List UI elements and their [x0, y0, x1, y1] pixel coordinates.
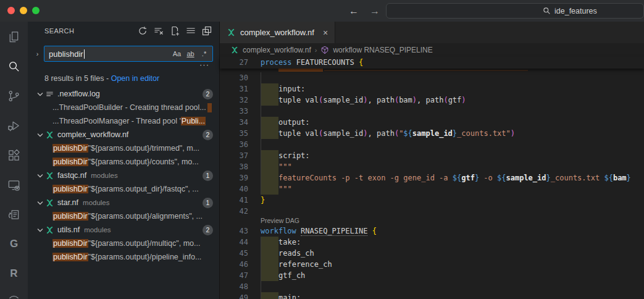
code-line[interactable]: 38"""	[220, 161, 644, 172]
search-result-match[interactable]: publishDir "${params.output}/pipeline_in…	[28, 250, 219, 264]
line-number: 44	[220, 237, 248, 248]
line-number: 40	[220, 183, 248, 195]
code-line[interactable]: 39featureCounts -p -t exon -g gene_id -a…	[220, 172, 644, 183]
whole-word-button[interactable]: ab	[185, 48, 196, 60]
code-line[interactable]: 33	[220, 106, 644, 117]
collapse-all-icon[interactable]	[201, 26, 212, 36]
nextflow-icon	[45, 198, 56, 208]
code-line[interactable]: 49main:	[220, 292, 644, 299]
code-token: }	[546, 174, 551, 182]
chevron-down-icon[interactable]	[35, 130, 45, 140]
r-language-icon[interactable]: R	[0, 259, 28, 288]
search-result-match[interactable]: publishDir "${params.output}/alignments"…	[28, 209, 219, 223]
code-token: gtf	[448, 96, 462, 104]
search-result-match[interactable]: ...ThreadPoolBuilder - Creating thread p…	[28, 101, 219, 114]
open-in-editor-link[interactable]: Open in editor	[111, 74, 160, 83]
vscode-window: ← → ide_features GR SEARCH › publishdir	[0, 0, 644, 299]
code-token: gtf_ch	[278, 271, 305, 280]
code-token: )	[363, 129, 367, 138]
breadcrumb-symbol[interactable]: workflow RNASEQ_PIPELINE	[333, 46, 432, 54]
code-line[interactable]: 30	[220, 72, 644, 83]
search-result-file[interactable]: .nextflow.log2	[28, 87, 219, 101]
traffic-light[interactable]	[32, 7, 40, 14]
codelens-preview-dag[interactable]: Preview DAG	[220, 217, 644, 225]
search-icon[interactable]	[0, 51, 28, 81]
code-line[interactable]: 43workflow RNASEQ_PIPELINE {	[220, 225, 644, 237]
code-token: sample_id	[412, 129, 453, 138]
code-line[interactable]: 31input:	[220, 83, 644, 95]
chevron-down-icon[interactable]	[35, 89, 45, 99]
run-debug-icon[interactable]	[0, 111, 28, 140]
search-result-file[interactable]: utils.nfmodules2	[28, 223, 219, 237]
code-area[interactable]: 3031input:32tuple val(sample_id), path(b…	[220, 72, 644, 299]
sticky-scroll-line[interactable]: 27process FEATURECOUNTS {	[220, 57, 644, 69]
code-line[interactable]: 45reads_ch	[220, 248, 644, 259]
code-line[interactable]: 34output:	[220, 117, 644, 128]
command-center-search[interactable]: ide_features	[386, 3, 644, 19]
line-number: 34	[220, 117, 248, 128]
chevron-down-icon[interactable]	[35, 171, 45, 180]
code-line[interactable]: 40"""	[220, 183, 644, 195]
clear-search-results-icon[interactable]	[153, 26, 164, 36]
search-result-match[interactable]: publishDir "${params.output_dir}/fastqc"…	[28, 182, 219, 196]
indent-highlight	[261, 150, 278, 161]
tab-close-icon[interactable]: ×	[323, 28, 328, 38]
open-new-search-editor-icon[interactable]	[169, 26, 180, 36]
view-as-list-icon[interactable]	[185, 26, 196, 36]
line-number: 42	[220, 206, 248, 217]
search-result-match[interactable]: publishDir "${params.output}/counts", mo…	[28, 155, 219, 169]
code-token: FEATURECOUNTS	[296, 58, 359, 67]
code-token: {	[372, 227, 377, 235]
code-line[interactable]: 42	[220, 206, 644, 217]
code-line[interactable]: 46reference_ch	[220, 259, 644, 270]
traffic-light[interactable]	[7, 7, 15, 14]
toggle-replace-chevron-icon[interactable]: ›	[33, 50, 42, 57]
line-number: 35	[220, 128, 248, 139]
breadcrumb-file[interactable]: complex_workflow.nf	[243, 46, 311, 54]
regex-button[interactable]: .*	[198, 48, 210, 60]
match-highlight: Publi...	[181, 117, 206, 125]
task-page-icon[interactable]	[0, 200, 28, 229]
hidden-partial-icon[interactable]	[0, 288, 28, 298]
line-number: 30	[220, 72, 248, 83]
traffic-light[interactable]	[20, 7, 27, 14]
refresh-icon[interactable]	[137, 26, 148, 36]
search-result-file[interactable]: fastqc.nfmodules1	[28, 169, 219, 182]
search-input[interactable]: publishdir Aa ab .*	[44, 46, 213, 62]
toggle-search-details-button[interactable]: ···	[199, 62, 209, 71]
explorer-icon[interactable]	[0, 22, 28, 51]
line-number: 45	[220, 248, 248, 259]
code-line[interactable]: 37script:	[220, 150, 644, 161]
search-result-file[interactable]: complex_workflow.nf2	[28, 128, 219, 141]
file-name: star.nf	[57, 198, 78, 207]
search-result-match[interactable]: publishDir "${params.output}/multiqc", m…	[28, 237, 219, 250]
search-result-match[interactable]: publishDir "${params.output}/trimmed", m…	[28, 141, 219, 155]
code-line[interactable]: 47gtf_ch	[220, 270, 644, 281]
indent-guide	[261, 281, 278, 292]
nav-back-icon[interactable]: ←	[349, 6, 359, 17]
match-highlight	[207, 103, 212, 112]
code-line[interactable]: 36	[220, 139, 644, 150]
source-control-icon[interactable]	[0, 81, 28, 111]
breadcrumb[interactable]: complex_workflow.nf › workflow RNASEQ_PI…	[220, 43, 644, 57]
gitlens-icon[interactable]: G	[0, 229, 28, 259]
code-line[interactable]: 35tuple val(sample_id), path("${sample_i…	[220, 128, 644, 139]
line-number: 38	[220, 161, 248, 172]
indent-highlight	[261, 172, 278, 183]
code-line[interactable]: 32tuple val(sample_id), path(bam), path(…	[220, 95, 644, 106]
extensions-icon[interactable]	[0, 140, 28, 170]
code-line[interactable]: 44take:	[220, 237, 644, 248]
match-case-button[interactable]: Aa	[171, 48, 183, 60]
code-token: workflow	[261, 227, 301, 235]
search-result-match[interactable]: ...ThreadPoolManager - Thread pool 'Publ…	[28, 114, 219, 128]
search-result-file[interactable]: star.nfmodules1	[28, 196, 219, 209]
code-token: )	[511, 129, 515, 138]
title-bar: ← → ide_features	[0, 0, 644, 22]
chevron-down-icon[interactable]	[35, 225, 45, 235]
code-line[interactable]: 48	[220, 281, 644, 292]
code-line[interactable]: 41}	[220, 195, 644, 206]
tab-complex-workflow[interactable]: complex_workflow.nf ×	[220, 22, 335, 43]
chevron-down-icon[interactable]	[35, 198, 45, 208]
nav-forward-icon[interactable]: →	[370, 6, 380, 17]
remote-explorer-icon[interactable]	[0, 170, 28, 200]
